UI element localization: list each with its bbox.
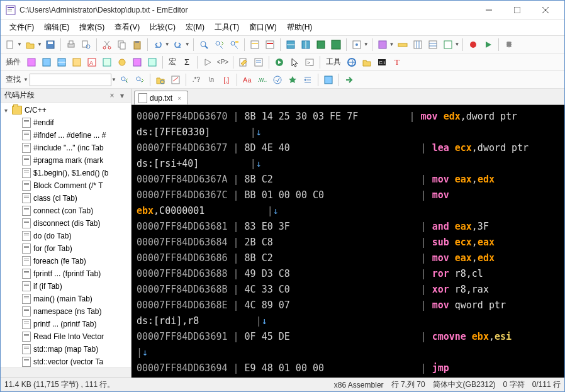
macro-tag-button[interactable]: <P> xyxy=(216,55,230,69)
sidebar-close-button[interactable]: × xyxy=(107,91,117,101)
print-button[interactable] xyxy=(64,38,78,52)
replace-button[interactable] xyxy=(227,38,241,52)
search-prev-button[interactable] xyxy=(118,73,131,87)
menu-compare[interactable]: 比较(C) xyxy=(145,20,181,35)
terminal-button[interactable]: >_ xyxy=(303,55,316,69)
tree-item[interactable]: $1.begin(), $1.end() (b xyxy=(1,167,131,179)
search-folder-button[interactable] xyxy=(154,73,167,87)
macro-edit-button[interactable] xyxy=(237,55,250,69)
fullscreen-button[interactable] xyxy=(329,38,343,52)
plugin3-button[interactable] xyxy=(55,55,69,69)
snippet-tree[interactable]: ▾ C/C++ #endif#ifndef ... #define ... ##… xyxy=(1,103,131,367)
newdoc-button[interactable] xyxy=(322,73,335,87)
large-button[interactable] xyxy=(376,38,389,52)
search-replace-button[interactable] xyxy=(169,73,182,87)
plugin1-button[interactable] xyxy=(25,55,38,69)
macro-play-button[interactable] xyxy=(201,55,215,69)
save-button[interactable] xyxy=(43,38,57,52)
highlight1-button[interactable] xyxy=(248,38,262,52)
word-button[interactable]: .w.. xyxy=(255,73,269,87)
csv2-button[interactable] xyxy=(426,38,440,52)
menu-edit[interactable]: 编辑(E) xyxy=(39,20,74,35)
plugin9-button[interactable] xyxy=(145,55,159,69)
plugin2-button[interactable] xyxy=(40,55,53,69)
tree-item[interactable]: for (for Tab) xyxy=(1,242,131,255)
tree-item[interactable]: std::vector (vector Ta xyxy=(1,356,131,367)
window-v-button[interactable] xyxy=(299,38,313,52)
copy-button[interactable] xyxy=(115,38,129,52)
plugin7-button[interactable] xyxy=(115,55,129,69)
tree-item[interactable]: #include "..." (inc Tab xyxy=(1,142,131,154)
new-button[interactable] xyxy=(3,38,17,52)
tree-item[interactable]: #ifndef ... #define ... # xyxy=(1,129,131,142)
tree-item[interactable]: foreach (fe Tab) xyxy=(1,255,131,267)
play-button[interactable] xyxy=(481,38,495,52)
ruler-button[interactable] xyxy=(396,38,410,52)
sidebar-menu-button[interactable]: ▾ xyxy=(117,91,127,101)
tab-dup[interactable]: dup.txt × xyxy=(134,91,188,104)
sidebar-hscroll[interactable] xyxy=(1,367,131,378)
font-button[interactable]: T xyxy=(390,55,404,69)
window-h-button[interactable] xyxy=(284,38,298,52)
escape-button[interactable]: \n xyxy=(204,73,218,87)
close-button[interactable] xyxy=(531,1,559,19)
ie-button[interactable] xyxy=(345,55,359,69)
sigma-button[interactable]: Σ xyxy=(180,55,194,69)
bracket-button[interactable]: [,] xyxy=(220,73,233,87)
find-button[interactable] xyxy=(197,38,211,52)
print-preview-button[interactable] xyxy=(79,38,93,52)
goto-button[interactable] xyxy=(342,73,356,87)
menu-help[interactable]: 帮助(H) xyxy=(282,20,318,35)
go-button[interactable] xyxy=(272,55,286,69)
csv3-button[interactable] xyxy=(441,38,455,52)
menu-file[interactable]: 文件(F) xyxy=(4,20,39,35)
regex-button[interactable]: .*? xyxy=(189,73,203,87)
find-next-button[interactable] xyxy=(212,38,226,52)
tree-item[interactable]: main() (main Tab) xyxy=(1,293,131,305)
plugin6-button[interactable] xyxy=(100,55,114,69)
tree-item[interactable]: disconnect (dis Tab) xyxy=(1,217,131,230)
tab-close-button[interactable]: × xyxy=(177,94,181,102)
tree-item[interactable]: #endif xyxy=(1,116,131,129)
plugin4-button[interactable] xyxy=(70,55,84,69)
plugin8-button[interactable] xyxy=(130,55,144,69)
inc-button[interactable] xyxy=(271,73,284,87)
tree-item[interactable]: do (do Tab) xyxy=(1,230,131,242)
search-input[interactable] xyxy=(30,74,111,86)
undo-button[interactable] xyxy=(151,38,165,52)
highlight2-button[interactable] xyxy=(263,38,277,52)
tree-root[interactable]: ▾ C/C++ xyxy=(1,104,131,116)
menu-search[interactable]: 搜索(S) xyxy=(74,20,109,35)
explorer-button[interactable] xyxy=(360,55,374,69)
tree-item[interactable]: fprintf ... (fprintf Tab) xyxy=(1,267,131,280)
tree-item[interactable]: printf ... (printf Tab) xyxy=(1,318,131,330)
window-single-button[interactable] xyxy=(314,38,328,52)
macro-list-button[interactable] xyxy=(252,55,266,69)
tree-item[interactable]: if (if Tab) xyxy=(1,280,131,293)
paste-button[interactable] xyxy=(130,38,144,52)
tree-item[interactable]: Block Comment (/* T xyxy=(1,179,131,192)
editor[interactable]: 00007FF84DD63670 | 8B 14 25 30 03 FE 7F … xyxy=(131,105,564,378)
maximize-button[interactable] xyxy=(503,1,531,19)
tree-item[interactable]: class (cl Tab) xyxy=(1,192,131,204)
menu-tools[interactable]: 工具(T) xyxy=(210,20,244,35)
collapse-icon[interactable]: ▾ xyxy=(4,107,12,114)
plugin5-button[interactable]: A xyxy=(85,55,99,69)
open-button[interactable] xyxy=(23,38,37,52)
search-next-button[interactable] xyxy=(133,73,147,87)
tree-item[interactable]: Read File Into Vector xyxy=(1,330,131,343)
menu-macro[interactable]: 宏(M) xyxy=(181,20,210,35)
case-button[interactable]: Aa xyxy=(240,73,254,87)
menu-view[interactable]: 查看(V) xyxy=(109,20,145,35)
csv1-button[interactable] xyxy=(411,38,425,52)
tree-item[interactable]: std::map (map Tab) xyxy=(1,343,131,356)
tree-item[interactable]: connect (con Tab) xyxy=(1,204,131,217)
tree-item[interactable]: namespace (ns Tab) xyxy=(1,305,131,318)
record-button[interactable] xyxy=(466,38,480,52)
settings-button[interactable] xyxy=(502,38,516,52)
star-button[interactable] xyxy=(286,73,299,87)
menu-window[interactable]: 窗口(W) xyxy=(244,20,281,35)
redo-button[interactable] xyxy=(171,38,185,52)
cursor-button[interactable] xyxy=(288,55,301,69)
minimize-button[interactable] xyxy=(474,1,503,19)
